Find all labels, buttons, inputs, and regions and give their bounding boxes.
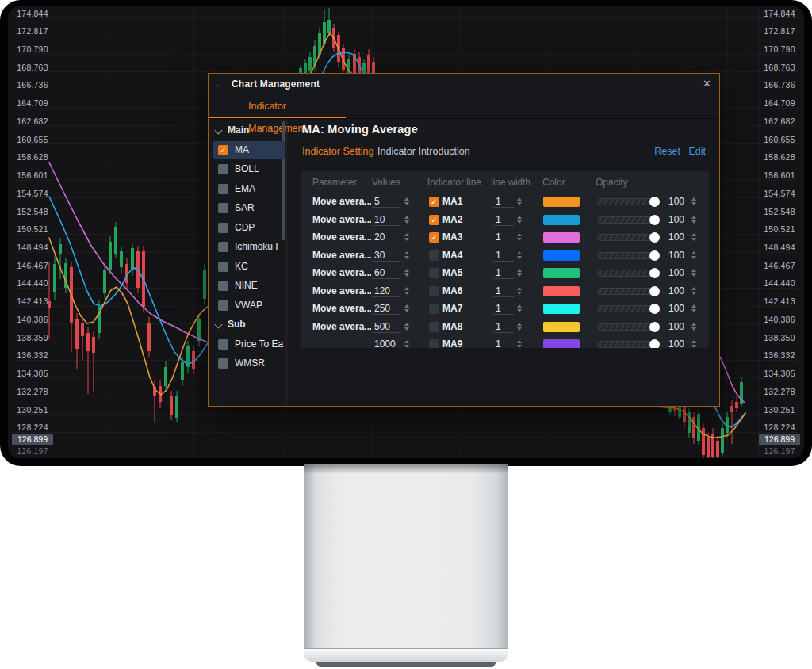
- stepper-down-icon[interactable]: [404, 292, 409, 295]
- values-stepper[interactable]: [404, 267, 411, 279]
- stepper-up-icon[interactable]: [691, 287, 696, 290]
- opacity-slider[interactable]: [597, 234, 659, 241]
- sidebar-item-boll[interactable]: BOLL: [209, 160, 286, 178]
- sidebar-item-ema[interactable]: EMA: [209, 180, 286, 198]
- line-checkbox[interactable]: ✓: [429, 197, 439, 207]
- values-stepper[interactable]: [404, 285, 411, 297]
- line-width-stepper[interactable]: [516, 267, 523, 279]
- opacity-slider[interactable]: [597, 270, 659, 277]
- checkbox-icon[interactable]: [218, 164, 228, 174]
- tab-indicator-introduction[interactable]: Indicator Introduction: [377, 146, 470, 157]
- values-stepper[interactable]: [404, 231, 411, 243]
- stepper-down-icon[interactable]: [517, 256, 522, 259]
- opacity-stepper[interactable]: [691, 338, 698, 348]
- slider-knob[interactable]: [649, 215, 660, 225]
- slider-knob[interactable]: [649, 232, 660, 243]
- line-width-input[interactable]: 1: [493, 302, 514, 315]
- stepper-up-icon[interactable]: [517, 287, 522, 290]
- stepper-up-icon[interactable]: [517, 197, 522, 201]
- values-input[interactable]: 20: [372, 231, 400, 243]
- sidebar-item-ma[interactable]: ✓MA: [209, 141, 286, 159]
- sidebar-item-wmsr[interactable]: WMSR: [209, 354, 286, 373]
- checkbox-icon[interactable]: [218, 203, 228, 213]
- checkbox-icon[interactable]: [218, 242, 228, 252]
- stepper-down-icon[interactable]: [404, 256, 409, 259]
- values-stepper[interactable]: [404, 250, 411, 262]
- line-width-input[interactable]: 1: [493, 213, 514, 226]
- stepper-down-icon[interactable]: [517, 238, 522, 241]
- edit-button[interactable]: Edit: [688, 146, 706, 157]
- values-stepper[interactable]: [404, 214, 411, 226]
- stepper-up-icon[interactable]: [691, 323, 696, 326]
- line-width-stepper[interactable]: [516, 231, 523, 243]
- line-checkbox[interactable]: [429, 250, 439, 261]
- stepper-up-icon[interactable]: [404, 287, 409, 290]
- stepper-up-icon[interactable]: [404, 197, 409, 201]
- checkbox-icon[interactable]: ✓: [218, 145, 228, 155]
- values-stepper[interactable]: [404, 321, 411, 333]
- line-width-input[interactable]: 1: [493, 285, 514, 297]
- stepper-up-icon[interactable]: [517, 304, 522, 308]
- line-width-input[interactable]: 1: [493, 249, 514, 262]
- stepper-down-icon[interactable]: [404, 220, 409, 224]
- stepper-up-icon[interactable]: [691, 340, 696, 343]
- values-input[interactable]: 5: [372, 195, 400, 208]
- color-swatch[interactable]: [543, 322, 580, 332]
- values-input[interactable]: 10: [372, 213, 400, 226]
- line-width-stepper[interactable]: [516, 285, 523, 297]
- line-width-stepper[interactable]: [516, 196, 523, 208]
- stepper-down-icon[interactable]: [517, 292, 522, 295]
- line-checkbox[interactable]: ✓: [429, 232, 439, 243]
- stepper-down-icon[interactable]: [691, 292, 696, 295]
- opacity-slider[interactable]: [597, 341, 659, 348]
- values-input[interactable]: 1000: [372, 338, 400, 348]
- stepper-down-icon[interactable]: [517, 202, 522, 205]
- stepper-up-icon[interactable]: [404, 251, 409, 254]
- tab-indicator-setting[interactable]: Indicator Setting: [302, 146, 373, 157]
- stepper-down-icon[interactable]: [691, 220, 696, 224]
- stepper-down-icon[interactable]: [404, 309, 409, 312]
- back-arrow-icon[interactable]: ←: [215, 74, 224, 95]
- reset-button[interactable]: Reset: [654, 146, 680, 157]
- opacity-value[interactable]: 100: [665, 300, 692, 318]
- color-swatch[interactable]: [543, 232, 580, 243]
- slider-knob[interactable]: [649, 304, 660, 314]
- color-swatch[interactable]: [543, 215, 580, 225]
- color-swatch[interactable]: [543, 197, 580, 207]
- sidebar-item-kc[interactable]: KC: [209, 258, 286, 276]
- close-icon[interactable]: ✕: [703, 74, 711, 95]
- stepper-down-icon[interactable]: [691, 327, 696, 331]
- color-swatch[interactable]: [543, 286, 580, 296]
- stepper-up-icon[interactable]: [691, 197, 696, 201]
- stepper-up-icon[interactable]: [691, 233, 696, 236]
- line-width-stepper[interactable]: [516, 338, 523, 348]
- stepper-down-icon[interactable]: [691, 202, 696, 205]
- line-checkbox[interactable]: [429, 268, 439, 278]
- opacity-value[interactable]: 100: [665, 193, 692, 211]
- sidebar-item-cdp[interactable]: CDP: [209, 219, 286, 237]
- slider-knob[interactable]: [649, 197, 660, 207]
- line-width-input[interactable]: 1: [493, 320, 514, 333]
- stepper-up-icon[interactable]: [404, 323, 409, 326]
- values-input[interactable]: 250: [372, 302, 400, 315]
- line-checkbox[interactable]: [429, 304, 439, 314]
- sidebar-group-main[interactable]: Main: [209, 121, 286, 140]
- stepper-down-icon[interactable]: [404, 327, 409, 331]
- stepper-up-icon[interactable]: [517, 340, 522, 343]
- values-input[interactable]: 60: [372, 266, 400, 279]
- tab-indicator-management[interactable]: Indicator Management: [209, 95, 346, 118]
- color-swatch[interactable]: [543, 250, 580, 261]
- line-checkbox[interactable]: [429, 322, 439, 332]
- values-stepper[interactable]: [404, 338, 411, 348]
- stepper-down-icon[interactable]: [404, 238, 409, 241]
- opacity-slider[interactable]: [597, 305, 659, 312]
- sidebar-group-sub[interactable]: Sub: [209, 315, 286, 334]
- line-width-input[interactable]: 1: [493, 195, 514, 208]
- values-stepper[interactable]: [404, 196, 411, 208]
- line-checkbox[interactable]: [429, 339, 439, 348]
- sidebar-item-vwap[interactable]: VWAP: [209, 296, 286, 315]
- line-checkbox[interactable]: [429, 286, 439, 296]
- stepper-down-icon[interactable]: [517, 327, 522, 331]
- opacity-value[interactable]: 100: [665, 247, 692, 265]
- line-width-input[interactable]: 1: [493, 266, 514, 279]
